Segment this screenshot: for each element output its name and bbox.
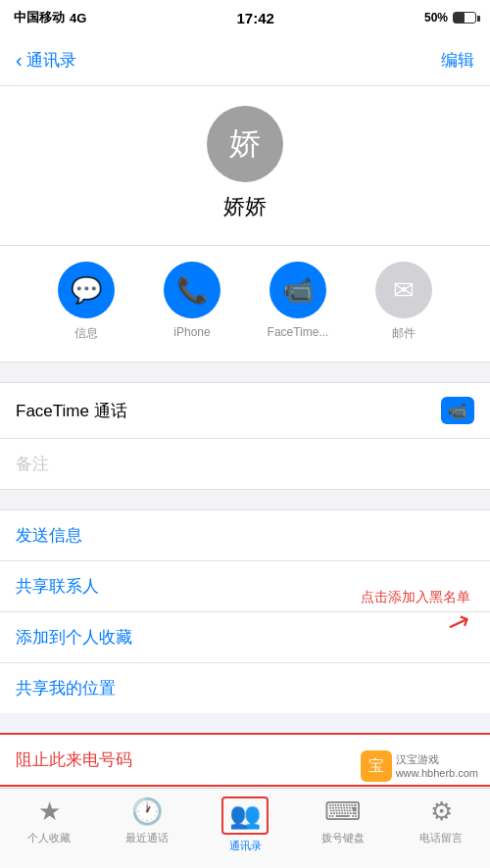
watermark-text: 汉宝游戏 www.hbherb.com — [396, 752, 478, 781]
edit-button[interactable]: 编辑 — [441, 49, 474, 72]
action-mail[interactable]: ✉ 邮件 — [365, 262, 443, 342]
tab-contacts-label: 通讯录 — [229, 839, 262, 853]
tab-contacts[interactable]: 👥 通讯录 — [196, 796, 294, 853]
watermark-icon: 宝 — [361, 750, 392, 782]
action-row: 💬 信息 📞 iPhone 📹 FaceTime... ✉ 邮件 — [0, 246, 490, 362]
tab-recents-label: 最近通话 — [125, 831, 169, 845]
action-message[interactable]: 💬 信息 — [47, 262, 125, 342]
action-message-label: 信息 — [74, 325, 98, 342]
facetime-section[interactable]: FaceTime 通话 📹 — [0, 382, 490, 439]
notes-placeholder: 备注 — [16, 455, 49, 473]
contact-name: 娇娇 — [223, 192, 267, 221]
action-phone-label: iPhone — [173, 325, 210, 339]
share-location-item[interactable]: 共享我的位置 — [0, 663, 490, 713]
facetime-icon: 📹 — [270, 262, 326, 318]
facetime-video-icon: 📹 — [441, 397, 474, 424]
tab-contacts-box: 👥 — [221, 796, 269, 835]
keypad-icon: ⌨ — [324, 796, 362, 827]
tab-voicemail-label: 电话留言 — [419, 831, 463, 845]
action-mail-label: 邮件 — [392, 325, 416, 342]
tab-recents[interactable]: 🕐 最近通话 — [98, 796, 196, 845]
phone-icon: 📞 — [164, 262, 220, 318]
action-facetime-label: FaceTime... — [268, 325, 329, 339]
back-button[interactable]: ‹ 通讯录 — [16, 49, 76, 72]
voicemail-icon: ⚙ — [430, 796, 453, 827]
mail-icon: ✉ — [375, 262, 432, 318]
add-favorites-item[interactable]: 添加到个人收藏 — [0, 612, 490, 663]
send-message-item[interactable]: 发送信息 — [0, 510, 490, 561]
list-actions-section: 发送信息 共享联系人 添加到个人收藏 共享我的位置 — [0, 509, 490, 713]
message-icon: 💬 — [58, 262, 115, 318]
tab-keypad[interactable]: ⌨ 拨号键盘 — [294, 796, 392, 845]
action-phone[interactable]: 📞 iPhone — [153, 262, 231, 342]
status-bar: 中国移动 4G 17:42 50% — [0, 0, 490, 35]
action-facetime[interactable]: 📹 FaceTime... — [259, 262, 337, 342]
chevron-left-icon: ‹ — [16, 49, 23, 72]
contact-header: 娇 娇娇 — [0, 86, 490, 246]
tab-keypad-label: 拨号键盘 — [321, 831, 365, 845]
tab-favorites-label: 个人收藏 — [27, 831, 71, 845]
watermark: 宝 汉宝游戏 www.hbherb.com — [361, 750, 478, 782]
status-time: 17:42 — [236, 10, 273, 26]
nav-bar: ‹ 通讯录 编辑 — [0, 35, 490, 86]
tab-favorites[interactable]: ★ 个人收藏 — [0, 796, 98, 845]
star-icon: ★ — [38, 796, 61, 827]
status-carrier: 中国移动 4G — [14, 9, 86, 26]
clock-icon: 🕐 — [131, 796, 163, 827]
share-contact-item[interactable]: 共享联系人 — [0, 561, 490, 612]
notes-section[interactable]: 备注 — [0, 439, 490, 490]
avatar: 娇 — [207, 106, 283, 182]
facetime-label: FaceTime 通话 — [16, 400, 127, 422]
battery-icon — [453, 12, 476, 24]
tab-voicemail[interactable]: ⚙ 电话留言 — [392, 796, 490, 845]
status-battery: 50% — [424, 11, 476, 24]
tab-bar: ★ 个人收藏 🕐 最近通话 👥 通讯录 ⌨ 拨号键盘 ⚙ 电话留言 — [0, 788, 490, 868]
contacts-icon: 👥 — [229, 800, 261, 830]
